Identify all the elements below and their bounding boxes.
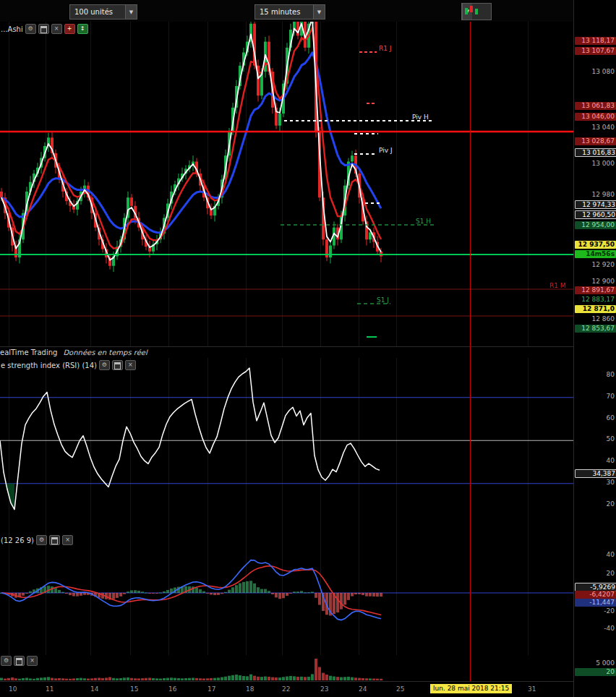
chevron-down-icon[interactable]: ▼ <box>125 5 137 19</box>
axis-label: 12 900 <box>575 278 616 286</box>
axis-label: 13 040 <box>575 124 616 132</box>
time-tick: 23 <box>320 685 328 693</box>
axis-label: 13 061,83 <box>575 102 616 110</box>
pivot-label: S1 H <box>416 218 431 225</box>
pivot-label: R1 M <box>549 282 566 289</box>
timeframe-dropdown[interactable]: 15 minutes ▼ <box>254 4 325 20</box>
macd-header: (12 26 9) ⚙ × <box>1 535 73 545</box>
time-tick: 11 <box>46 685 54 693</box>
macd-title: (12 26 9) <box>1 536 34 544</box>
axis-label: 5 000 <box>575 659 616 667</box>
axis-label: 12 920 <box>575 261 616 269</box>
time-tick: 22 <box>282 685 290 693</box>
axis-label: 12 860 <box>575 315 616 323</box>
axis-label: 12 871,0 <box>575 305 616 313</box>
main-chart-header: ...Ashi ⚙ × + ↕ <box>1 24 88 34</box>
price-axis[interactable]: 13 118,1713 107,6713 08013 061,8313 046,… <box>573 0 616 697</box>
window-icon[interactable] <box>38 24 49 34</box>
time-tick: 31 <box>528 685 536 693</box>
axis-label: 12 937,50 <box>575 241 616 249</box>
tools-icon[interactable]: ⚙ <box>99 360 110 370</box>
axis-label: 13 118,17 <box>575 37 616 45</box>
window-icon[interactable] <box>49 535 60 545</box>
axis-label: -20 <box>575 607 616 615</box>
axis-label: 14m56s <box>575 250 616 258</box>
axis-label: -6,4207 <box>575 591 616 599</box>
toolbar: 100 unités ▼ 15 minutes ▼ ▼ <box>0 0 616 22</box>
units-value: 100 unités <box>70 8 125 16</box>
chart-type-dropdown[interactable]: ▼ <box>461 3 492 20</box>
axis-label: 12 980 <box>575 191 616 199</box>
close-icon[interactable]: × <box>125 360 136 370</box>
close-icon[interactable]: × <box>51 24 62 34</box>
axis-label: 13 000 <box>575 160 616 168</box>
main-chart-panel[interactable]: ...Ashi ⚙ × + ↕ R1 JPiv HPiv JS1 HS1 JR1… <box>0 22 573 346</box>
time-tick: 14 <box>90 685 98 693</box>
axis-label: 20 <box>575 570 616 578</box>
axis-label: 20 <box>575 668 616 676</box>
axis-label: 12 954,00 <box>575 221 616 229</box>
time-tick: 15 <box>130 685 138 693</box>
units-dropdown[interactable]: 100 unités ▼ <box>69 4 137 20</box>
axis-label: -40 <box>575 625 616 633</box>
feed-name: ealTime Trading <box>0 348 57 356</box>
axis-label: 30 <box>575 479 616 487</box>
candlestick-style-icon <box>462 4 481 18</box>
feed-status: Données en temps réel <box>63 348 147 356</box>
axis-label: 13 016,83 <box>575 148 616 157</box>
axis-label: 40 <box>575 551 616 559</box>
tools-icon[interactable]: ⚙ <box>36 535 47 545</box>
axis-label: -11,447 <box>575 599 616 607</box>
axis-label: 12 883,17 <box>575 296 616 304</box>
pivot-label: Piv J <box>379 147 393 154</box>
time-tick: 18 <box>246 685 254 693</box>
time-tick: 17 <box>208 685 215 693</box>
crosshair-date-tag: lun. 28 mai 2018 21:15 <box>430 684 512 693</box>
axis-label: 12 853,67 <box>575 325 616 333</box>
axis-label: 60 <box>575 414 616 422</box>
trading-platform: 100 unités ▼ 15 minutes ▼ ▼ ...Ashi ⚙ × … <box>0 0 616 697</box>
rsi-header: e strength index (RSI) (14) ⚙ × <box>1 360 136 370</box>
close-icon[interactable]: × <box>27 656 38 666</box>
main-chart-title: ...Ashi <box>1 25 23 33</box>
axis-label: 12 974,33 <box>575 200 616 209</box>
axis-label: 80 <box>575 371 616 379</box>
axis-label: 20 <box>575 500 616 508</box>
tools-icon[interactable]: ⚙ <box>1 656 12 666</box>
axis-label: 13 080 <box>575 68 616 76</box>
pivot-label: S1 J <box>377 296 389 304</box>
close-icon[interactable]: × <box>62 535 73 545</box>
axis-label: 12 891,67 <box>575 286 616 294</box>
rsi-panel[interactable]: e strength index (RSI) (14) ⚙ × <box>0 358 573 534</box>
add-alert-icon[interactable]: + <box>64 24 75 34</box>
axis-label: 50 <box>575 435 616 443</box>
window-icon[interactable] <box>14 656 25 666</box>
time-axis[interactable]: lun. 28 mai 2018 21:15 10111415161718222… <box>0 681 573 697</box>
data-feed-note: ealTime Trading Données en temps réel <box>0 346 573 359</box>
crosshair-vertical-line <box>470 22 471 681</box>
axis-label: 13 107,67 <box>575 47 616 55</box>
time-tick: 25 <box>396 685 404 693</box>
axis-label: 13 028,67 <box>575 137 616 145</box>
chevron-down-icon[interactable]: ▼ <box>313 5 325 19</box>
rsi-canvas[interactable] <box>0 358 573 533</box>
axis-label: 40 <box>575 457 616 465</box>
pivot-label: Piv H <box>412 114 429 121</box>
axis-label: 13 046,00 <box>575 113 616 121</box>
axis-label: 70 <box>575 393 616 401</box>
pivot-label: R1 J <box>379 45 392 52</box>
macd-panel[interactable]: (12 26 9) ⚙ × <box>0 533 573 656</box>
axis-label: 12 960,50 <box>575 210 616 219</box>
expand-icon[interactable]: ↕ <box>77 24 88 34</box>
tools-icon[interactable]: ⚙ <box>25 24 36 34</box>
rsi-title: e strength index (RSI) (14) <box>1 362 97 369</box>
time-tick: 16 <box>168 685 176 693</box>
time-tick: 10 <box>9 685 17 693</box>
volume-header: ⚙ × <box>1 656 38 666</box>
volume-canvas[interactable] <box>0 655 573 681</box>
volume-panel[interactable]: ⚙ × <box>0 655 573 682</box>
window-icon[interactable] <box>112 360 123 370</box>
timeframe-value: 15 minutes <box>255 8 313 16</box>
main-chart-canvas[interactable] <box>0 22 573 346</box>
macd-canvas[interactable] <box>0 533 573 655</box>
